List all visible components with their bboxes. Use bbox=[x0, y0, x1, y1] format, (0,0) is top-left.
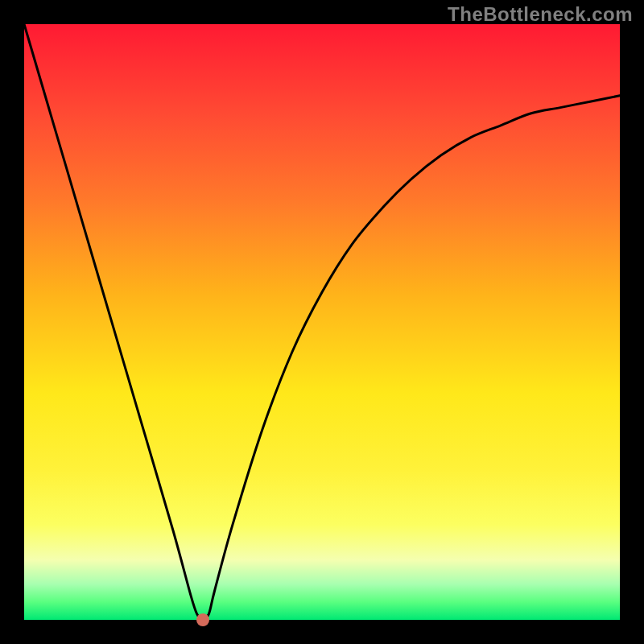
plot-area bbox=[24, 24, 620, 620]
chart-svg bbox=[24, 24, 620, 620]
chart-frame: TheBottleneck.com bbox=[0, 0, 644, 644]
watermark-text: TheBottleneck.com bbox=[448, 3, 633, 26]
optimum-marker bbox=[196, 613, 209, 626]
bottleneck-curve bbox=[24, 24, 620, 620]
